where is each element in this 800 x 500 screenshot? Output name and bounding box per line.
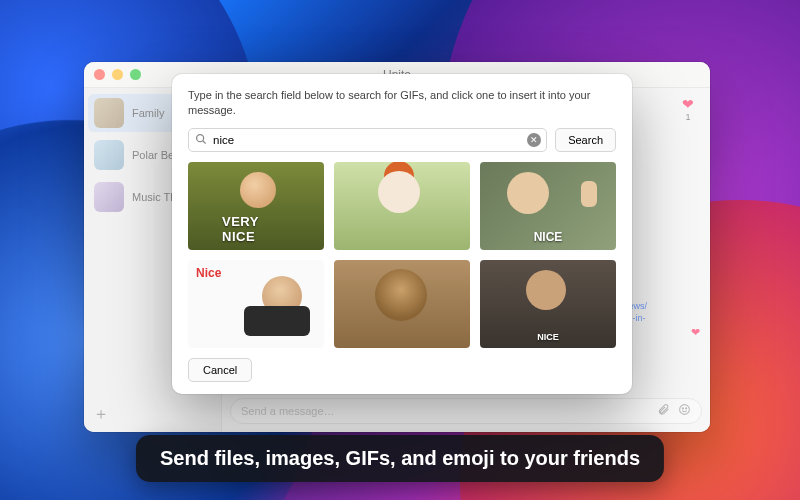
gif-results-grid: VERY NICE NICE Nice NICE xyxy=(188,162,616,348)
svg-point-3 xyxy=(197,134,204,141)
gif-result[interactable] xyxy=(334,260,470,348)
svg-line-4 xyxy=(203,140,206,143)
gif-caption: VERY NICE xyxy=(222,214,290,244)
gif-search-modal: Type in the search field below to search… xyxy=(172,74,632,394)
search-field: ✕ xyxy=(188,128,547,152)
search-icon xyxy=(194,132,208,146)
gif-caption: Nice xyxy=(196,266,221,280)
search-input[interactable] xyxy=(188,128,547,152)
gif-caption: NICE xyxy=(534,230,563,244)
gif-caption: NICE xyxy=(537,332,559,342)
gif-result[interactable]: Nice xyxy=(188,260,324,348)
promo-caption: Send files, images, GIFs, and emoji to y… xyxy=(136,435,664,482)
gif-result[interactable]: NICE xyxy=(480,260,616,348)
gif-result[interactable]: VERY NICE xyxy=(188,162,324,250)
clear-icon: ✕ xyxy=(530,135,538,145)
search-button[interactable]: Search xyxy=(555,128,616,152)
modal-instructions: Type in the search field below to search… xyxy=(188,88,616,118)
cancel-button[interactable]: Cancel xyxy=(188,358,252,382)
gif-result[interactable] xyxy=(334,162,470,250)
gif-result[interactable]: NICE xyxy=(480,162,616,250)
clear-search-button[interactable]: ✕ xyxy=(527,133,541,147)
